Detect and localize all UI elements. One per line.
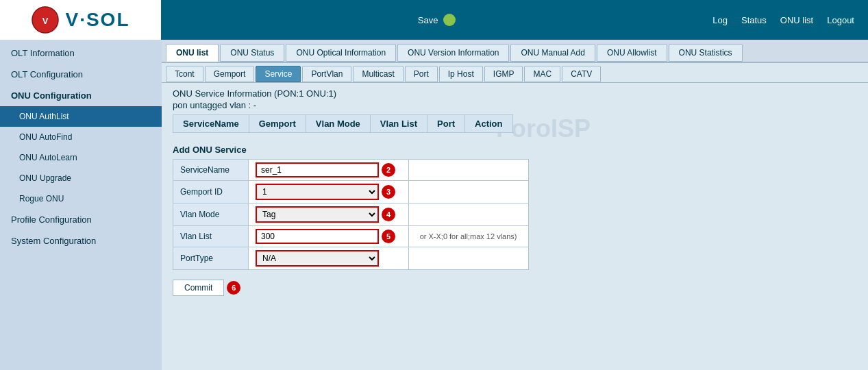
- commit-row: Commit 6: [173, 280, 857, 296]
- log-link[interactable]: Log: [712, 15, 728, 25]
- sidebar-item-onu-upgrade[interactable]: ONU Upgrade: [0, 168, 162, 188]
- input-badge-wrap-gemport: 1234 3: [256, 184, 401, 200]
- input-servicename[interactable]: [256, 162, 379, 177]
- sidebar-item-onu-autofind[interactable]: ONU AutoFind: [0, 127, 162, 147]
- cell-vlanmode-extra: [408, 204, 528, 226]
- logo-icon: V: [31, 5, 60, 34]
- vlanlist-hint: or X-X;0 for all;max 12 vlans): [416, 232, 517, 241]
- status-link[interactable]: Status: [741, 15, 767, 25]
- logout-link[interactable]: Logout: [827, 15, 854, 25]
- tab2-catv[interactable]: CATV: [562, 66, 601, 82]
- top-bar: V V·SOL Save Log Status ONU list Logout: [0, 0, 868, 40]
- content-area: ONU list ONU Status ONU Optical Informat…: [162, 40, 868, 370]
- col-vlan-mode: Vlan Mode: [306, 115, 370, 133]
- sidebar-item-rogue-onu[interactable]: Rogue ONU: [0, 188, 162, 209]
- select-porttype[interactable]: N/AETHVEIP: [256, 250, 379, 267]
- cell-servicename-extra: [408, 160, 528, 181]
- commit-area: Commit 6: [162, 275, 868, 299]
- col-service-name: ServiceName: [173, 115, 249, 133]
- logo-text: V·SOL: [65, 9, 129, 31]
- input-badge-wrap-vlanlist: 5: [256, 229, 401, 244]
- cell-servicename: 2: [249, 160, 409, 181]
- label-vlanmode: Vlan Mode: [173, 204, 249, 226]
- status-dot: [443, 14, 456, 26]
- tab2-mac[interactable]: MAC: [524, 66, 560, 82]
- info-title: ONU Service Information (PON:1 ONU:1): [173, 88, 857, 99]
- label-servicename: ServiceName: [173, 160, 249, 181]
- save-area: Save: [418, 14, 456, 26]
- input-badge-wrap-servicename: 2: [256, 162, 401, 177]
- badge-3: 3: [382, 185, 395, 199]
- cell-gemport: 1234 3: [249, 181, 409, 204]
- tab-bar-1: ONU list ONU Status ONU Optical Informat…: [162, 40, 868, 63]
- tab2-portvlan[interactable]: PortVlan: [302, 66, 351, 82]
- logo-area: V V·SOL: [0, 0, 161, 40]
- main-layout: OLT Information OLT Configuration ONU Co…: [0, 40, 868, 370]
- tab1-onu-status[interactable]: ONU Status: [220, 44, 284, 62]
- badge-6: 6: [227, 281, 240, 295]
- form-row-vlanlist: Vlan List 5 or X-X;0 for all;max 12 vlan…: [173, 226, 529, 247]
- col-gemport: Gemport: [249, 115, 306, 133]
- tab1-onu-allowlist[interactable]: ONU Allowlist: [597, 44, 667, 62]
- badge-2: 2: [382, 163, 395, 177]
- sidebar-item-olt-config[interactable]: OLT Configuration: [0, 64, 162, 85]
- label-porttype: PortType: [173, 247, 249, 270]
- form-row-servicename: ServiceName 2: [173, 160, 529, 181]
- tab1-onu-statistics[interactable]: ONU Statistics: [669, 44, 743, 62]
- badge-4: 4: [382, 208, 395, 221]
- onu-list-link[interactable]: ONU list: [780, 15, 813, 25]
- form-row-vlanmode: Vlan Mode TagTransparentTranslate 4: [173, 204, 529, 226]
- watermark-area: ForoISP ServiceName Gemport Vlan Mode Vl…: [173, 114, 857, 136]
- cell-porttype-extra: [408, 247, 528, 270]
- tab2-tcont[interactable]: Tcont: [166, 66, 203, 82]
- sidebar-item-onu-autolearn[interactable]: ONU AutoLearn: [0, 147, 162, 168]
- form-row-porttype: PortType N/AETHVEIP: [173, 247, 529, 270]
- sidebar-item-onu-config[interactable]: ONU Configuration: [0, 85, 162, 106]
- tab2-multicast[interactable]: Multicast: [353, 66, 403, 82]
- tab1-onu-optical[interactable]: ONU Optical Information: [286, 44, 396, 62]
- col-vlan-list: Vlan List: [370, 115, 427, 133]
- input-badge-wrap-vlanmode: TagTransparentTranslate 4: [256, 206, 401, 223]
- select-gemport[interactable]: 1234: [256, 184, 379, 200]
- tab1-onu-manual-add[interactable]: ONU Manual Add: [510, 44, 595, 62]
- add-service-section: Add ONU Service ServiceName 2: [162, 139, 868, 275]
- tab1-onu-version[interactable]: ONU Version Information: [397, 44, 509, 62]
- sidebar-item-profile-config[interactable]: Profile Configuration: [0, 209, 162, 230]
- service-table: ServiceName Gemport Vlan Mode Vlan List …: [173, 114, 513, 133]
- tab1-onu-list[interactable]: ONU list: [166, 44, 219, 62]
- cell-gemport-extra: [408, 181, 528, 204]
- select-vlanmode[interactable]: TagTransparentTranslate: [256, 206, 379, 223]
- top-right-nav: Log Status ONU list Logout: [712, 15, 854, 25]
- sidebar-item-olt-info[interactable]: OLT Information: [0, 42, 162, 64]
- sidebar-item-onu-authlist[interactable]: ONU AuthList: [0, 106, 162, 127]
- form-table: ServiceName 2 Gemport ID: [173, 159, 529, 270]
- col-port: Port: [427, 115, 465, 133]
- info-section: ONU Service Information (PON:1 ONU:1) po…: [162, 83, 868, 114]
- add-service-title: Add ONU Service: [173, 145, 857, 155]
- svg-text:V: V: [42, 16, 49, 26]
- input-vlanlist[interactable]: [256, 229, 379, 244]
- commit-button[interactable]: Commit: [173, 280, 224, 296]
- tab2-gemport[interactable]: Gemport: [205, 66, 255, 82]
- col-action: Action: [465, 115, 512, 133]
- form-row-gemport: Gemport ID 1234 3: [173, 181, 529, 204]
- badge-5: 5: [382, 230, 395, 243]
- sidebar: OLT Information OLT Configuration ONU Co…: [0, 40, 162, 370]
- tab2-ip-host[interactable]: Ip Host: [439, 66, 483, 82]
- cell-vlanlist: 5: [249, 226, 409, 247]
- tab-bar-2: Tcont Gemport Service PortVlan Multicast…: [162, 63, 868, 83]
- cell-vlanlist-hint: or X-X;0 for all;max 12 vlans): [408, 226, 528, 247]
- tab2-igmp[interactable]: IGMP: [484, 66, 523, 82]
- cell-vlanmode: TagTransparentTranslate 4: [249, 204, 409, 226]
- save-label: Save: [418, 15, 438, 25]
- cell-porttype: N/AETHVEIP: [249, 247, 409, 270]
- tab2-port[interactable]: Port: [405, 66, 438, 82]
- info-vlan: pon untagged vlan : -: [173, 100, 857, 110]
- sidebar-item-system-config[interactable]: System Configuration: [0, 230, 162, 251]
- tab2-service[interactable]: Service: [256, 66, 301, 82]
- label-vlanlist: Vlan List: [173, 226, 249, 247]
- label-gemport: Gemport ID: [173, 181, 249, 204]
